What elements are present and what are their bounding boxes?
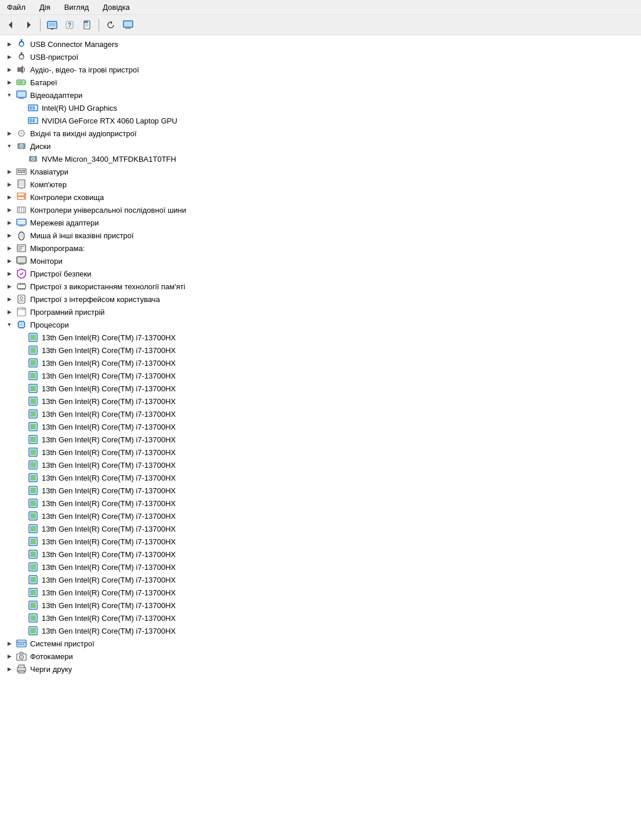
tree-item-intel-uhd[interactable]: Intel(R) UHD Graphics <box>0 101 641 114</box>
monitor-button[interactable] <box>121 17 136 32</box>
tree-item-memory-dev[interactable]: Пристрої з використанням технології пам'… <box>0 280 641 293</box>
tree-item-usb-devices[interactable]: USB-пристрої <box>0 50 641 63</box>
tree-toggle-collapsed[interactable] <box>5 192 14 202</box>
tree-item-display-adapters[interactable]: Відеоадаптери <box>0 89 641 101</box>
svg-rect-123 <box>30 347 36 353</box>
tree-item-cpu-3[interactable]: 13th Gen Intel(R) Core(TM) i7-13700HX <box>0 357 641 369</box>
tree-toggle-collapsed[interactable] <box>5 78 14 87</box>
tree-toggle-collapsed[interactable] <box>5 52 14 61</box>
tree-item-keyboards[interactable]: Клавіатури <box>0 165 641 178</box>
tree-label: 13th Gen Intel(R) Core(TM) i7-13700HX <box>41 435 176 444</box>
tree-item-cpu-13[interactable]: 13th Gen Intel(R) Core(TM) i7-13700HX <box>0 484 641 497</box>
tree-label: Контролери універсальної послідовної шин… <box>29 206 186 214</box>
tree-toggle-collapsed[interactable] <box>5 243 14 253</box>
svg-rect-94 <box>24 283 25 285</box>
tree-item-cpu-15[interactable]: 13th Gen Intel(R) Core(TM) i7-13700HX <box>0 510 641 522</box>
menu-view[interactable]: Вигляд <box>62 2 92 13</box>
help-button[interactable]: ? <box>62 17 77 32</box>
tree-item-mouse[interactable]: Миша й інші вказівні пристрої <box>0 229 641 242</box>
tree-item-security[interactable]: Пристрої безпеки <box>0 267 641 280</box>
tree-toggle-collapsed[interactable] <box>5 294 14 304</box>
tree-icon-audio <box>16 64 27 75</box>
tree-item-print-queues[interactable]: Черги друку <box>0 663 641 675</box>
tree-toggle-collapsed[interactable] <box>5 39 14 49</box>
tree-toggle-collapsed[interactable] <box>5 256 14 266</box>
tree-toggle-collapsed[interactable] <box>5 282 14 291</box>
tree-item-cpu-17[interactable]: 13th Gen Intel(R) Core(TM) i7-13700HX <box>0 535 641 548</box>
tree-item-cpu-10[interactable]: 13th Gen Intel(R) Core(TM) i7-13700HX <box>0 446 641 459</box>
tree-toggle-collapsed[interactable] <box>5 129 14 138</box>
tree-item-cpu-23[interactable]: 13th Gen Intel(R) Core(TM) i7-13700HX <box>0 612 641 624</box>
svg-rect-57 <box>20 170 21 171</box>
svg-rect-83 <box>19 246 24 247</box>
menu-file[interactable]: Файл <box>5 2 28 13</box>
tree-item-battery[interactable]: Батареї <box>0 76 641 89</box>
tree-item-cpu-2[interactable]: 13th Gen Intel(R) Core(TM) i7-13700HX <box>0 344 641 357</box>
tree-item-disks[interactable]: Диски <box>0 140 641 152</box>
tree-item-cpu-6[interactable]: 13th Gen Intel(R) Core(TM) i7-13700HX <box>0 395 641 408</box>
tree-item-computer[interactable]: Комп'ютер <box>0 178 641 191</box>
tree-item-processors[interactable]: Процесори <box>0 318 641 331</box>
tree-item-cpu-14[interactable]: 13th Gen Intel(R) Core(TM) i7-13700HX <box>0 497 641 510</box>
svg-rect-74 <box>17 219 26 225</box>
tree-item-cpu-12[interactable]: 13th Gen Intel(R) Core(TM) i7-13700HX <box>0 471 641 484</box>
tree-toggle-collapsed[interactable] <box>5 65 14 74</box>
doc-button[interactable] <box>79 17 94 32</box>
tree-item-cpu-9[interactable]: 13th Gen Intel(R) Core(TM) i7-13700HX <box>0 433 641 446</box>
tree-item-usb-connectors[interactable]: USB Connector Managers <box>0 38 641 50</box>
tree-toggle-collapsed[interactable] <box>5 180 14 189</box>
tree-item-cpu-19[interactable]: 13th Gen Intel(R) Core(TM) i7-13700HX <box>0 561 641 573</box>
tree-toggle-collapsed[interactable] <box>5 652 14 661</box>
refresh-button[interactable] <box>103 17 118 32</box>
tree-item-hid[interactable]: Пристрої з інтерфейсом користувача <box>0 293 641 306</box>
tree-item-firmware[interactable]: Мікропрограма: <box>0 242 641 254</box>
forward-button[interactable] <box>21 17 36 32</box>
devmgr-button[interactable] <box>45 17 60 32</box>
tree-toggle-collapsed[interactable] <box>5 307 14 317</box>
tree-item-cpu-21[interactable]: 13th Gen Intel(R) Core(TM) i7-13700HX <box>0 586 641 599</box>
tree-icon-network <box>16 217 27 228</box>
tree-item-nvme-disk[interactable]: NVMe Micron_3400_MTFDKBA1T0TFH <box>0 152 641 165</box>
tree-item-cpu-1[interactable]: 13th Gen Intel(R) Core(TM) i7-13700HX <box>0 331 641 344</box>
tree-item-cpu-16[interactable]: 13th Gen Intel(R) Core(TM) i7-13700HX <box>0 522 641 535</box>
tree-item-network[interactable]: Мережеві адаптери <box>0 216 641 229</box>
menu-help[interactable]: Довідка <box>100 2 132 13</box>
tree-item-cpu-18[interactable]: 13th Gen Intel(R) Core(TM) i7-13700HX <box>0 548 641 561</box>
tree-item-audio[interactable]: Аудіо-, відео- та ігрові пристрої <box>0 63 641 76</box>
tree-toggle-collapsed[interactable] <box>5 639 14 648</box>
tree-toggle-collapsed[interactable] <box>5 664 14 674</box>
tree-item-cpu-8[interactable]: 13th Gen Intel(R) Core(TM) i7-13700HX <box>0 420 641 433</box>
tree-item-cpu-20[interactable]: 13th Gen Intel(R) Core(TM) i7-13700HX <box>0 573 641 586</box>
tree-toggle-collapsed[interactable] <box>5 167 14 176</box>
svg-rect-155 <box>30 551 36 557</box>
back-button[interactable] <box>3 17 19 32</box>
tree-item-cpu-22[interactable]: 13th Gen Intel(R) Core(TM) i7-13700HX <box>0 599 641 612</box>
tree-toggle-collapsed[interactable] <box>5 269 14 278</box>
tree-item-cameras[interactable]: Фотокамери <box>0 650 641 663</box>
tree-toggle-expanded[interactable] <box>5 320 14 329</box>
tree-item-cpu-4[interactable]: 13th Gen Intel(R) Core(TM) i7-13700HX <box>0 369 641 382</box>
tree-item-usb-ctrl[interactable]: Контролери універсальної послідовної шин… <box>0 203 641 216</box>
tree-item-storage-ctrl[interactable]: Контролери сховища <box>0 191 641 203</box>
menu-action[interactable]: Дія <box>37 2 53 13</box>
tree-toggle-collapsed[interactable] <box>5 231 14 240</box>
svg-marker-0 <box>9 21 12 28</box>
tree-label: Комп'ютер <box>29 180 67 189</box>
tree-item-system-devices[interactable]: Системні пристрої <box>0 637 641 650</box>
tree-toggle-expanded[interactable] <box>5 90 14 100</box>
tree-item-nvidia-rtx[interactable]: NVIDIA GeForce RTX 4060 Laptop GPU <box>0 114 641 127</box>
tree-item-software-dev[interactable]: Програмний пристрій <box>0 306 641 318</box>
tree-toggle-expanded[interactable] <box>5 141 14 151</box>
svg-marker-1 <box>27 21 31 28</box>
svg-rect-141 <box>30 462 36 468</box>
tree-item-audio-io[interactable]: Вхідні та вихідні аудіопристрої <box>0 127 641 140</box>
tree-toggle-collapsed[interactable] <box>5 218 14 227</box>
tree-label: 13th Gen Intel(R) Core(TM) i7-13700HX <box>41 537 176 546</box>
tree-icon-system <box>16 638 27 649</box>
tree-item-cpu-5[interactable]: 13th Gen Intel(R) Core(TM) i7-13700HX <box>0 382 641 395</box>
tree-toggle-collapsed[interactable] <box>5 205 14 214</box>
tree-item-cpu-24[interactable]: 13th Gen Intel(R) Core(TM) i7-13700HX <box>0 624 641 637</box>
tree-item-cpu-7[interactable]: 13th Gen Intel(R) Core(TM) i7-13700HX <box>0 408 641 420</box>
tree-item-monitors[interactable]: Монітори <box>0 254 641 267</box>
tree-item-cpu-11[interactable]: 13th Gen Intel(R) Core(TM) i7-13700HX <box>0 459 641 471</box>
